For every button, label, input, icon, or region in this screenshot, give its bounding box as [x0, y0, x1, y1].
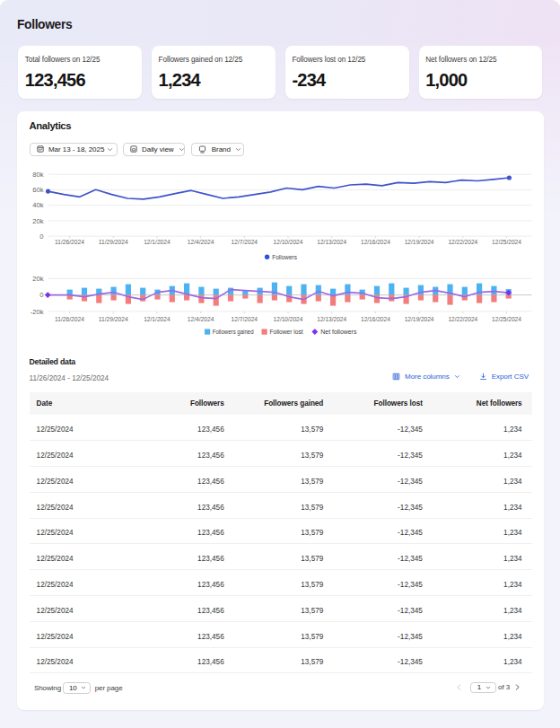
svg-text:Net followers: Net followers: [320, 328, 356, 336]
svg-text:12/10/2024: 12/10/2024: [274, 315, 303, 323]
svg-text:12/25/2024: 12/25/2024: [492, 238, 521, 246]
svg-text:12/4/2024: 12/4/2024: [188, 238, 214, 246]
svg-text:12/10/2024: 12/10/2024: [274, 238, 303, 246]
svg-text:12/13/2024: 12/13/2024: [317, 315, 346, 323]
svg-text:12/22/2024: 12/22/2024: [448, 238, 477, 246]
svg-text:20k: 20k: [32, 275, 43, 283]
svg-text:0: 0: [39, 232, 43, 241]
svg-text:12/16/2024: 12/16/2024: [361, 238, 390, 246]
svg-text:12/7/2024: 12/7/2024: [232, 315, 258, 323]
svg-text:Followers: Followers: [272, 253, 297, 261]
svg-text:60k: 60k: [32, 186, 43, 194]
svg-text:12/4/2024: 12/4/2024: [188, 315, 214, 323]
svg-text:12/13/2024: 12/13/2024: [317, 238, 346, 246]
svg-text:12/19/2024: 12/19/2024: [405, 238, 434, 246]
svg-text:12/19/2024: 12/19/2024: [405, 315, 434, 323]
svg-text:11/29/2024: 11/29/2024: [99, 315, 128, 323]
svg-text:0: 0: [39, 291, 43, 299]
svg-text:11/26/2024: 11/26/2024: [55, 315, 84, 323]
svg-text:Followers gained: Followers gained: [213, 328, 254, 336]
svg-text:12/1/2024: 12/1/2024: [144, 238, 171, 246]
svg-text:Follower lost: Follower lost: [269, 328, 303, 336]
svg-text:11/29/2024: 11/29/2024: [99, 238, 128, 246]
svg-text:40k: 40k: [32, 201, 43, 209]
svg-text:12/7/2024: 12/7/2024: [232, 238, 258, 246]
svg-text:12/22/2024: 12/22/2024: [448, 315, 477, 323]
svg-text:12/25/2024: 12/25/2024: [492, 315, 521, 323]
svg-text:12/1/2024: 12/1/2024: [144, 315, 171, 323]
svg-text:20k: 20k: [32, 217, 43, 225]
svg-text:11/26/2024: 11/26/2024: [55, 238, 84, 246]
svg-text:-20k: -20k: [31, 308, 44, 316]
svg-text:80k: 80k: [32, 171, 43, 179]
svg-text:12/16/2024: 12/16/2024: [361, 315, 390, 323]
